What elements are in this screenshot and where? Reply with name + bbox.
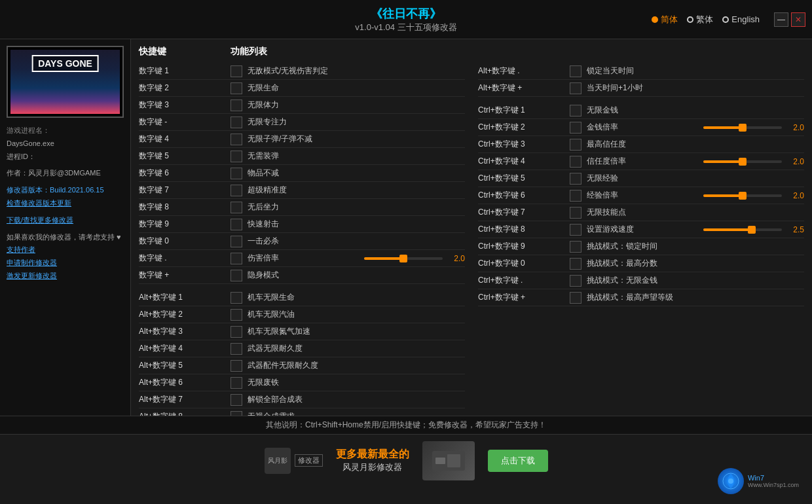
feature-checkbox[interactable] [570,292,581,304]
slider-track[interactable] [703,194,782,197]
sidebar: DAYS GONE 游戏进程名： DaysGone.exe 进程ID： 作者：风… [0,39,131,416]
feature-checkbox[interactable] [231,65,242,77]
feature-checkbox[interactable] [231,360,242,372]
feature-key: Alt+数字键 3 [139,326,231,337]
game-logo-image: DAYS GONE [10,50,120,114]
column-headers: 快捷键 功能列表 [139,46,804,58]
feature-checkbox[interactable] [570,207,581,219]
svg-rect-1 [435,458,445,464]
feature-checkbox[interactable] [570,173,581,185]
feature-checkbox[interactable] [231,377,242,389]
feature-checkbox[interactable] [231,185,242,196]
slider-track[interactable] [364,257,443,260]
feature-key: 数字键 0 [139,236,231,247]
lang-en-label: English [731,14,760,24]
title-text: 《往日不再》 v1.0-v1.04 三十五项修改器 [355,6,456,33]
feature-label: 无限经验 [587,173,804,184]
lang-jian[interactable]: 简体 [652,14,678,26]
left-feature-row-1: 数字键 2 无限生命 [139,80,465,97]
feature-checkbox[interactable] [231,394,242,406]
feature-label: 机车无限氮气加速 [248,326,465,337]
feature-checkbox[interactable] [231,236,242,247]
feature-checkbox[interactable] [570,65,581,77]
right-feature-row-8: Ctrl+数字键 6 经验倍率 2.0 [478,187,804,204]
left-feature-row-2: 数字键 3 无限体力 [139,97,465,114]
left-feature-row-21: Alt+数字键 8 无视合成需求 [139,408,465,416]
feature-checkbox[interactable] [570,122,581,134]
feature-checkbox[interactable] [231,202,242,213]
feature-checkbox[interactable] [231,219,242,230]
feature-key: Ctrl+数字键 + [478,292,570,303]
lang-en[interactable]: English [722,14,760,24]
left-feature-row-8: 数字键 8 无后坐力 [139,199,465,216]
left-feature-row-19: Alt+数字键 6 无限废铁 [139,374,465,391]
slider-value: 2.0 [447,254,465,263]
close-button[interactable]: ✕ [791,12,805,27]
feature-label: 无限体力 [248,99,465,111]
feature-checkbox[interactable] [231,309,242,321]
feature-key: Ctrl+数字键 4 [478,156,570,167]
win7-icon [718,468,744,494]
feature-checkbox[interactable] [570,224,581,236]
feature-label: 最高信任度 [587,139,804,150]
ad-title: 更多最新最全的 [336,448,409,461]
check-update-link[interactable]: 检查修改器版本更新 [7,197,124,210]
feature-checkbox[interactable] [231,151,242,162]
ad-content: 更多最新最全的 风灵月影修改器 [336,448,409,473]
right-feature-row-7: Ctrl+数字键 5 无限经验 [478,170,804,187]
feature-key: 数字键 2 [139,82,231,94]
feature-checkbox[interactable] [231,99,242,111]
feature-checkbox[interactable] [570,105,581,117]
slider-value: 2.0 [786,123,804,132]
request-link[interactable]: 申请制作修改器 [7,257,124,270]
feature-label: 无限专注力 [248,117,465,128]
slider-track[interactable] [703,228,782,231]
author-label: 作者：风灵月影@3DMGAME [7,167,124,180]
feature-checkbox[interactable] [231,134,242,145]
lang-fan[interactable]: 繁体 [687,14,713,26]
feature-checkbox[interactable] [570,241,581,253]
slider-track[interactable] [703,160,782,163]
feature-key: Ctrl+数字键 0 [478,258,570,269]
feature-checkbox[interactable] [231,270,242,281]
feature-checkbox[interactable] [570,156,581,168]
feature-checkbox[interactable] [231,326,242,338]
radio-fan [687,16,693,23]
win7-logo: Win7 Www.Win7sp1.com [718,468,799,494]
slider-track[interactable] [703,126,782,129]
feature-label: 无需装弹 [248,151,465,162]
feature-checkbox[interactable] [231,168,242,179]
right-feature-row-10: Ctrl+数字键 8 设置游戏速度 2.5 [478,221,804,238]
sub-title: v1.0-v1.04 三十五项修改器 [355,22,456,33]
feature-checkbox[interactable] [231,117,242,128]
right-feature-row-6: Ctrl+数字键 4 信任度倍率 2.0 [478,153,804,170]
download-link[interactable]: 下载/查找更多修改器 [7,214,124,227]
feature-checkbox[interactable] [231,292,242,304]
ad-logo: 风月影 修改器 [265,448,323,474]
feature-key: 数字键 7 [139,185,231,196]
feature-key: Ctrl+数字键 3 [478,139,570,150]
feature-checkbox[interactable] [231,253,242,264]
feature-key: Alt+数字键 2 [139,309,231,320]
feature-checkbox[interactable] [570,275,581,287]
support-link[interactable]: 支持作者 [7,243,124,257]
feature-checkbox[interactable] [570,190,581,202]
feature-checkbox[interactable] [570,82,581,94]
right-feature-row-11: Ctrl+数字键 9 挑战模式：锁定时间 [478,238,804,255]
force-update-link[interactable]: 激发更新修改器 [7,270,124,283]
feature-label: 挑战模式：无限金钱 [587,275,804,286]
feature-checkbox[interactable] [570,258,581,270]
minimize-button[interactable]: — [774,12,788,27]
feature-checkbox[interactable] [231,343,242,355]
feature-checkbox[interactable] [231,411,242,416]
slider-value: 2.5 [786,225,804,234]
feature-key: Ctrl+数字键 9 [478,241,570,252]
feature-checkbox[interactable] [231,82,242,94]
feature-key: 数字键 8 [139,202,231,213]
slider-value: 2.0 [786,157,804,166]
feature-key: Alt+数字键 5 [139,360,231,371]
ad-download-button[interactable]: 点击下载 [488,450,548,472]
feature-checkbox[interactable] [570,139,581,151]
title-bar: 《往日不再》 v1.0-v1.04 三十五项修改器 简体 繁体 English … [0,0,812,39]
sidebar-info: 游戏进程名： DaysGone.exe 进程ID： 作者：风灵月影@3DMGAM… [7,124,124,283]
